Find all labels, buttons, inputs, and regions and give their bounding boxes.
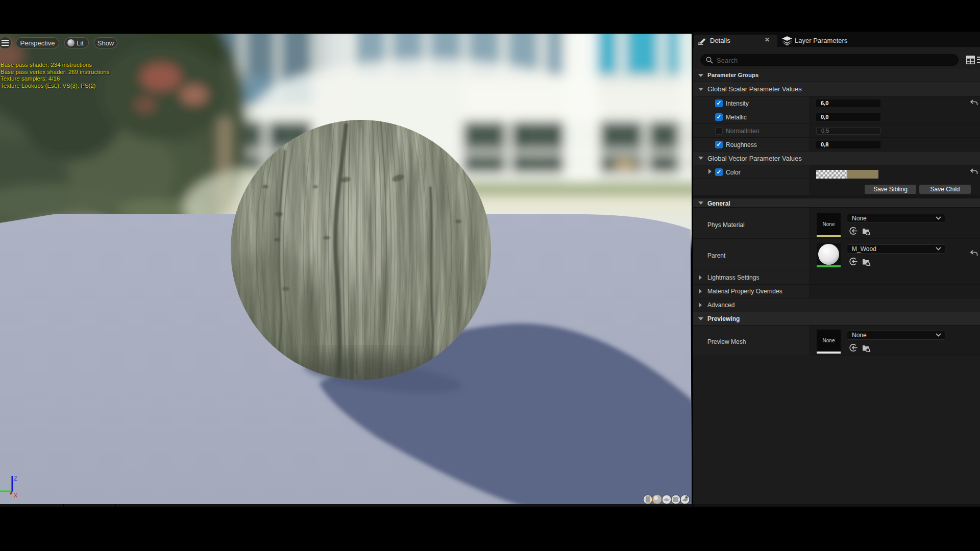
svg-text:Z: Z — [14, 475, 17, 482]
svg-text:X: X — [14, 492, 18, 498]
